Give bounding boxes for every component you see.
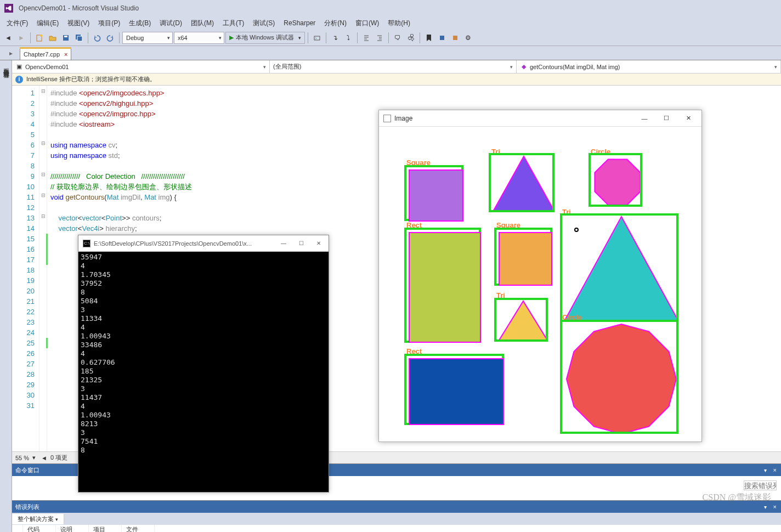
toolbar: ◄ ► Debug x64 ▶本地 Windows 调试器▾ ↴ ⤵ 🗨 🗫 ⚙ bbox=[0, 30, 781, 46]
fold-gutter[interactable]: ⊟⊟⊟⊟⊟ bbox=[39, 86, 47, 451]
menu-item[interactable]: 分析(N) bbox=[320, 18, 351, 29]
error-search bbox=[744, 479, 777, 491]
svg-rect-7 bbox=[440, 36, 444, 40]
menu-item[interactable]: 项目(P) bbox=[94, 18, 124, 29]
indent-left-icon[interactable] bbox=[360, 32, 372, 44]
menu-item[interactable]: 工具(T) bbox=[218, 18, 248, 29]
window-icon bbox=[383, 115, 391, 122]
nav-member-combo[interactable]: ◆ getContours(Mat imgDil, Mat img) bbox=[517, 60, 781, 73]
close-panel-icon[interactable]: × bbox=[773, 503, 777, 510]
console-window[interactable]: C:\ E:\SoftDevelop\CPlus\VS2017Projects\… bbox=[78, 235, 329, 493]
menu-item[interactable]: 窗口(W) bbox=[351, 18, 383, 29]
new-icon[interactable] bbox=[33, 32, 46, 44]
start-debug-button[interactable]: ▶本地 Windows 调试器▾ bbox=[225, 32, 305, 44]
maximize-icon[interactable]: ☐ bbox=[293, 238, 309, 249]
redo-icon[interactable] bbox=[104, 32, 116, 44]
menu-item[interactable]: 团队(M) bbox=[186, 18, 218, 29]
pin-icon[interactable]: ▾ bbox=[764, 504, 767, 510]
error-list-header[interactable]: 错误列表 ▾ × bbox=[12, 501, 781, 513]
err-col-header[interactable] bbox=[12, 525, 23, 532]
shape-bbox bbox=[404, 354, 504, 425]
menu-item[interactable]: 编辑(E) bbox=[32, 18, 63, 29]
console-output: 35947 4 1.70345 37952 8 5084 3 11334 4 1… bbox=[78, 252, 329, 492]
svg-marker-13 bbox=[567, 324, 676, 432]
menu-item[interactable]: 测试(S) bbox=[248, 18, 279, 29]
maximize-icon[interactable]: ☐ bbox=[655, 111, 677, 126]
comment-icon[interactable]: 🗨 bbox=[392, 32, 404, 44]
err-scope-combo[interactable]: 整个解决方案 ▾ bbox=[12, 514, 64, 524]
settings-icon[interactable]: ⚙ bbox=[462, 32, 474, 44]
shape-bbox bbox=[588, 153, 642, 207]
vs-logo-icon bbox=[4, 4, 13, 13]
platform-combo[interactable]: x64 bbox=[174, 32, 224, 44]
info-icon: i bbox=[15, 76, 23, 83]
shape-bbox bbox=[494, 228, 552, 286]
tab-row: ▸ Chapter7.cpp × bbox=[0, 46, 781, 60]
close-panel-icon[interactable]: × bbox=[773, 467, 777, 473]
svg-rect-3 bbox=[64, 36, 67, 37]
svg-marker-10 bbox=[595, 159, 640, 205]
bookmark-icon[interactable] bbox=[423, 32, 435, 44]
shape-bbox bbox=[404, 228, 481, 343]
minimize-icon[interactable]: — bbox=[276, 238, 291, 249]
indent-right-icon[interactable] bbox=[373, 32, 386, 44]
stepinto-icon[interactable]: ↴ bbox=[329, 32, 341, 44]
image-canvas: SquareTriCircleRectSquareTriTriRectCircl… bbox=[379, 127, 701, 442]
pin-icon[interactable]: ▾ bbox=[764, 467, 767, 473]
error-search-input[interactable] bbox=[744, 480, 777, 490]
zoom-combo[interactable]: 55 % bbox=[15, 455, 29, 461]
svg-rect-8 bbox=[453, 36, 457, 40]
titlebar: OpencvDemo01 - Microsoft Visual Studio bbox=[0, 0, 781, 16]
console-icon: C:\ bbox=[83, 240, 90, 247]
saveall-icon[interactable] bbox=[73, 32, 85, 44]
menubar: 文件(F)编辑(E)视图(V)项目(P)生成(B)调试(D)团队(M)工具(T)… bbox=[0, 16, 781, 30]
close-icon[interactable]: ✕ bbox=[677, 111, 699, 126]
menu-item[interactable]: 视图(V) bbox=[63, 18, 94, 29]
left-sidebar: 服务器资源管理器工具箱 bbox=[0, 60, 12, 532]
err-col-header[interactable]: 文件 bbox=[122, 525, 155, 532]
tool-icon[interactable] bbox=[436, 32, 448, 44]
close-tab-icon[interactable]: × bbox=[64, 51, 67, 58]
shape-bbox bbox=[404, 165, 463, 221]
nav-project-combo[interactable]: ▣ OpencvDemo01 bbox=[12, 60, 270, 73]
svg-marker-12 bbox=[497, 301, 546, 339]
tab-label: Chapter7.cpp bbox=[24, 51, 60, 58]
image-title-bar[interactable]: Image — ☐ ✕ bbox=[379, 110, 701, 127]
svg-point-1 bbox=[40, 35, 42, 37]
sidebar-tab[interactable]: 服务器资源管理器 bbox=[2, 64, 10, 529]
svg-marker-11 bbox=[563, 217, 676, 320]
tab-scroll-left-icon[interactable]: ▸ bbox=[5, 48, 16, 58]
menu-item[interactable]: 调试(D) bbox=[155, 18, 186, 29]
method-icon: ◆ bbox=[520, 63, 528, 71]
tool2-icon[interactable] bbox=[449, 32, 461, 44]
menu-item[interactable]: 生成(B) bbox=[124, 18, 155, 29]
err-col-header[interactable]: 代码 bbox=[23, 525, 56, 532]
err-col-header[interactable]: 说明 bbox=[56, 525, 89, 532]
shape-bbox bbox=[560, 213, 678, 322]
process-icon[interactable] bbox=[311, 32, 323, 44]
config-combo[interactable]: Debug bbox=[122, 32, 173, 44]
undo-icon[interactable] bbox=[91, 32, 103, 44]
title-text: OpencvDemo01 - Microsoft Visual Studio bbox=[19, 4, 139, 12]
nav-back-icon[interactable]: ◄ bbox=[2, 32, 14, 44]
err-col-header[interactable]: 项目 bbox=[89, 525, 122, 532]
svg-rect-6 bbox=[314, 36, 320, 40]
console-title-bar[interactable]: C:\ E:\SoftDevelop\CPlus\VS2017Projects\… bbox=[78, 235, 329, 252]
image-window[interactable]: Image — ☐ ✕ SquareTriCircleRectSquareTri… bbox=[378, 110, 702, 442]
menu-item[interactable]: ReSharper bbox=[279, 18, 320, 28]
error-list-panel: 错误列表 ▾ × 整个解决方案 ▾ 代码说明项目文件 bbox=[12, 500, 781, 532]
stepover-icon[interactable]: ⤵ bbox=[342, 32, 354, 44]
save-icon[interactable] bbox=[60, 32, 72, 44]
uncomment-icon[interactable]: 🗫 bbox=[405, 32, 417, 44]
shape-bbox bbox=[560, 320, 678, 434]
shape-bbox bbox=[489, 153, 554, 212]
close-icon[interactable]: ✕ bbox=[311, 238, 326, 249]
menu-item[interactable]: 文件(F) bbox=[2, 18, 32, 29]
tab-chapter7[interactable]: Chapter7.cpp × bbox=[20, 48, 71, 60]
nav-row: ▣ OpencvDemo01 (全局范围) ◆ getContours(Mat … bbox=[12, 60, 781, 73]
nav-fwd-icon[interactable]: ► bbox=[15, 32, 27, 44]
minimize-icon[interactable]: — bbox=[633, 111, 655, 126]
open-icon[interactable] bbox=[47, 32, 59, 44]
menu-item[interactable]: 帮助(H) bbox=[383, 18, 415, 29]
nav-scope-combo[interactable]: (全局范围) bbox=[270, 60, 517, 73]
